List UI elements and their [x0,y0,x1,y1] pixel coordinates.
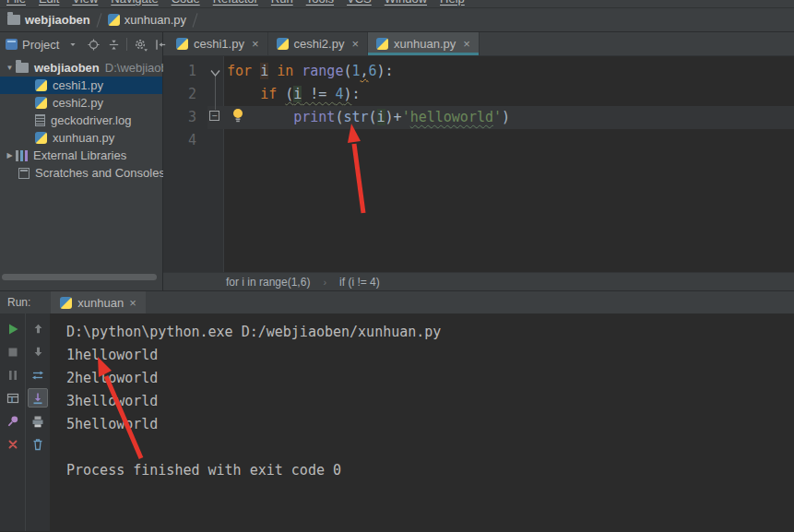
editor-tab-xunhuan-py[interactable]: xunhuan.py× [368,32,480,55]
tree-item-label: xunhuan.py [53,131,114,145]
menu-view[interactable]: View [65,0,104,8]
code-line-2[interactable]: 2 if (i != 4): [163,83,794,106]
run-tab-label: xunhuan [77,296,124,310]
chevron-down-icon[interactable]: ▼ [4,64,16,72]
code-text: if (i != 4): [224,83,794,106]
menu-edit[interactable]: Edit [32,0,65,8]
breadcrumb-label: webjiaoben [25,13,90,27]
pause-icon[interactable] [3,365,23,384]
tree-item-ceshi2-py[interactable]: ceshi2.py [0,94,162,112]
folder-icon [7,15,20,25]
chevron-right-icon[interactable]: ▶ [4,151,16,160]
tab-close-icon[interactable]: × [252,37,259,51]
code-token: for [227,63,252,79]
collapse-all-icon[interactable] [103,35,124,53]
run-tab-xunhuan[interactable]: xunhuan × [51,291,145,313]
up-stack-icon[interactable] [28,319,48,338]
breadcrumb-webjiaoben[interactable]: webjiaoben [7,13,90,27]
scroll-end-icon[interactable] [28,388,48,408]
code-line-3[interactable]: 3 print(str(i)+'helloworld') [163,106,794,129]
settings-icon[interactable] [130,35,150,53]
tree-item-label: ceshi2.py [53,96,103,110]
tab-close-icon[interactable]: × [463,37,470,51]
line-number[interactable]: 1 [163,60,207,83]
code-token: ): [377,63,394,79]
code-line-1[interactable]: 1for i in range(1,6): [163,60,794,83]
code-text: print(str(i)+'helloworld') [224,106,794,129]
code-token [293,63,302,79]
chevron-down-icon[interactable] [63,35,83,53]
close-icon[interactable] [3,434,23,454]
run-header: Run: xunhuan × [0,291,794,313]
code-line-4[interactable]: 4 [163,129,794,152]
tab-close-icon[interactable]: × [351,37,359,51]
menu-tools[interactable]: Tools [300,0,340,8]
soft-wrap-icon[interactable] [28,365,48,384]
python-icon [376,38,388,50]
tree-item-label: Scratches and Consoles [35,166,165,180]
menu-vcs[interactable]: VCS [340,0,378,8]
line-number[interactable]: 2 [163,83,207,106]
fold-collapse-icon[interactable]: − [209,111,219,121]
code-token: ' [402,109,410,125]
horizontal-scrollbar[interactable] [2,274,157,280]
python-icon [60,297,72,309]
console-line: 2helloworld [66,367,794,390]
tree-item-xunhuan-py[interactable]: xunhuan.py [0,129,162,147]
code-editor[interactable]: 1for i in range(1,6):2 if (i != 4):3 pri… [163,56,794,272]
run-console-output[interactable]: D:\python\python.exe D:/webjiaoben/xunhu… [50,313,794,531]
editor-tab-ceshi1-py[interactable]: ceshi1.py× [168,32,268,55]
code-token [268,63,277,79]
line-number[interactable]: 4 [163,129,207,152]
print-icon[interactable] [28,411,48,431]
code-token: i [260,63,268,79]
tab-label: ceshi1.py [194,37,244,51]
tree-item-external-libraries[interactable]: ▶External Libraries [0,147,162,164]
line-number[interactable]: 3 [163,106,207,129]
run-toolbar [0,313,50,531]
menu-refactor[interactable]: Refactor [207,0,265,8]
menu-code[interactable]: Code [165,0,207,8]
console-line: D:\python\python.exe D:/webjiaoben/xunhu… [66,321,794,344]
fold-open-icon[interactable] [210,65,220,81]
menu-help[interactable]: Help [433,0,471,8]
rerun-icon[interactable] [3,319,23,338]
clear-all-icon[interactable] [28,434,48,454]
tree-item-label: ceshi1.py [53,78,103,92]
code-text: for i in range(1,6): [224,60,794,83]
project-panel: Project ▼webjiaobenD:\webjiaobenceshi1.p… [0,32,163,290]
intention-bulb-icon[interactable] [231,108,244,127]
stop-icon[interactable] [3,342,23,361]
tree-item-geckodriver-log[interactable]: geckodriver.log [0,112,162,129]
editor-tab-ceshi2-py[interactable]: ceshi2.py× [268,32,369,55]
tab-close-icon[interactable]: × [129,296,136,310]
code-text [224,129,794,152]
project-window-icon [6,39,18,50]
down-stack-icon[interactable] [28,342,48,361]
code-token [277,86,285,102]
menu-navigate[interactable]: Navigate [104,0,164,8]
pin-icon[interactable] [3,411,23,431]
tree-item-webjiaoben[interactable]: ▼webjiaobenD:\webjiaoben [0,59,162,77]
python-icon [35,79,47,91]
breadcrumb-separator: › [323,277,326,288]
code-token [227,86,260,102]
breadcrumb-if-i-4[interactable]: if (i != 4) [339,276,380,289]
menu-window[interactable]: Window [378,0,433,8]
restore-layout-icon[interactable] [3,388,23,408]
project-panel-title[interactable]: Project [22,38,59,52]
tree-item-scratches-and-consoles[interactable]: Scratches and Consoles [0,164,162,182]
locate-icon[interactable] [83,35,103,53]
menu-file[interactable]: File [0,0,32,8]
run-label: Run: [0,291,38,313]
code-token [252,63,260,79]
editor-panel: ceshi1.py×ceshi2.py×xunhuan.py× 1for i i… [163,32,794,290]
breadcrumb-for-i-in-range-1-6[interactable]: for i in range(1,6) [226,276,310,289]
breadcrumb-xunhuan-py[interactable]: xunhuan.py [108,13,186,27]
log-file-icon [35,114,45,126]
tree-item-ceshi1-py[interactable]: ceshi1.py [0,77,162,94]
run-panel: Run: xunhuan × D:\python\python.exe D:/w… [0,290,794,531]
menu-run[interactable]: Run [265,0,300,8]
project-toolbar: Project [0,32,162,56]
breadcrumb-separator [193,13,198,28]
